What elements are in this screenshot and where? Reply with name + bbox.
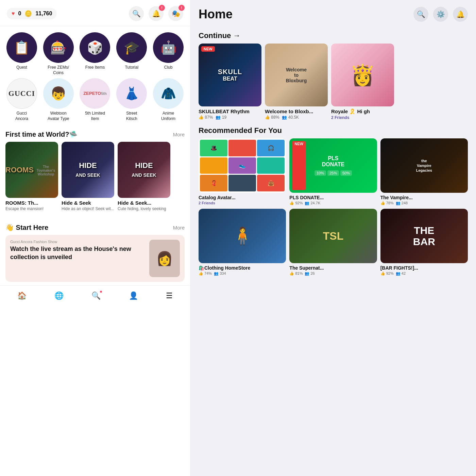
rec-card-pls-donate[interactable]: PLSDONATE 10% 25% 50% NEW PLS DONATE... … [289,138,377,205]
rec-card-vampire[interactable]: theVampireLegacies The Vampire... 👍 78% … [380,138,468,205]
avatar-badge: ! [178,5,185,11]
start-here-card[interactable]: Gucci Ancora Fashion Show Watch the live… [5,235,185,282]
start-here-section: 👋 Start Here More Gucci Ancora Fashion S… [0,211,190,285]
catalog-thumbnail: 🎩 🎧 👟 🧣 👜 [199,138,286,193]
nav-world[interactable]: 🌐 [54,291,64,300]
catalog-friends: 2 Friends [199,201,215,205]
world-more-link[interactable]: More [173,132,185,137]
world-card-rooms[interactable]: ROOMS The Toymaker's Workshop ROOMS: Th.… [5,142,58,211]
start-here-more[interactable]: More [173,225,185,231]
currency-display: ♥ 0 🪙 11,760 [7,8,57,19]
right-search-button[interactable]: 🔍 [413,7,428,22]
zepeto-circle: ZEPETO5th [80,78,110,109]
catalog-art: 🎩 🎧 👟 🧣 👜 [199,138,286,193]
gucci-circle: GUCCI [6,78,37,109]
world-icon: 🌐 [54,291,64,300]
free-items-circle: 🎲 [80,32,110,63]
tsl-title: The Supernat... [289,265,377,271]
world-card-hide1[interactable]: HIDEAND SEEK Hide & Seek Hide as an obje… [62,142,114,211]
search-nav-icon: 🔍 [91,291,101,300]
anime-circle: 🧥 [153,78,184,109]
nav-menu[interactable]: ☰ [166,291,173,300]
category-webtoon[interactable]: 👦 WebtoonAvatar Type [43,78,74,121]
anime-label: AnimeUniform [161,111,175,121]
tutorial-icon: 🎓 [124,40,140,55]
nav-search[interactable]: 🔍 [91,291,101,300]
coin-icon: 🪙 [24,10,32,17]
avatar-button[interactable]: 🎭 ! [168,6,183,21]
start-emoji: 👋 [5,224,14,231]
world-card-hide2[interactable]: HIDEAND SEEK Hide & Seek... Cute hiding,… [118,142,170,211]
nav-profile[interactable]: 👤 [129,291,138,300]
free-items-label: Free Items [85,65,105,70]
right-settings-button[interactable]: ⚙️ [433,7,448,22]
search-button[interactable]: 🔍 [129,6,144,21]
catalog-meta: 2 Friends [199,201,286,205]
category-free-items[interactable]: 🎲 Free Items [80,32,110,75]
royale-title: Royale 🎗️ Hi gh [331,108,394,115]
catalog-title: Catalog Avatar... [199,195,286,200]
continue-card-royale[interactable]: 👸 Royale 🎗️ Hi gh 2 Friends [331,44,394,120]
right-search-icon: 🔍 [417,10,425,18]
start-main-text: Watch the live stream as the House's new… [10,245,145,261]
club-icon: 🤖 [160,40,176,55]
category-row-2: GUCCI GucciAncora 👦 WebtoonAvatar Type Z… [3,78,187,121]
rec-card-tsl[interactable]: TSL The Supernat... 👍 81% 👥 26 [289,209,377,276]
search-dot [100,291,102,293]
tsl-meta: 👍 81% 👥 26 [289,271,377,276]
category-row-1: 📋 Quest 🎰 Free ZEMs/ Coins 🎲 Free Items … [3,32,187,75]
rooms-title: ROOMS: Th... [5,200,58,206]
continue-card-bloxburg[interactable]: WelcometoBloxburg Welcome to Bloxb... 👍 … [265,44,328,120]
category-street[interactable]: 👗 StreetKitsch [116,78,147,121]
free-zems-label: Free ZEMs/ Coins [48,65,69,75]
webtoon-icon: 👦 [50,86,66,101]
free-items-icon: 🎲 [87,40,103,55]
club-circle: 🤖 [153,32,184,63]
skullbeat-art: SKULL BEAT [199,44,261,106]
right-bell-icon: 🔔 [456,10,465,18]
tutorial-label: Tutorial [125,65,138,70]
continue-title: Continue → [199,31,468,40]
category-tutorial[interactable]: 🎓 Tutorial [116,32,147,75]
free-zems-icon: 🎰 [50,40,66,55]
header-divider [0,26,190,26]
notification-badge: ! [159,5,165,11]
free-zems-circle: 🎰 [43,32,74,63]
category-section: 📋 Quest 🎰 Free ZEMs/ Coins 🎲 Free Items … [0,28,190,124]
bell-icon: 🔔 [152,10,160,18]
street-circle: 👗 [116,78,147,109]
royale-art: 👸 [331,44,394,106]
street-icon: 👗 [124,86,139,101]
bottom-nav: 🏠 🌐 🔍 👤 ☰ [0,285,190,306]
category-free-zems[interactable]: 🎰 Free ZEMs/ Coins [43,32,74,75]
right-bell-button[interactable]: 🔔 [453,7,468,22]
category-anime[interactable]: 🧥 AnimeUniform [153,78,184,121]
avatar-icon: 🎭 [172,10,180,18]
clothing-title: 🛍️Clothing HomeStore [199,265,286,271]
rec-card-catalog[interactable]: 🎩 🎧 👟 🧣 👜 Catalog Avatar... 2 Friends [199,138,286,205]
rec-card-clothing[interactable]: 🧍 🛍️Clothing HomeStore 👍 74% 👥 334 [199,209,286,276]
clothing-meta: 👍 74% 👥 334 [199,271,286,276]
bar-likes: 👍 92% [380,271,394,276]
heart-icon: ♥ [12,11,15,17]
tsl-thumbnail: TSL [289,209,377,263]
start-avatar: 👩 [149,240,180,277]
right-settings-icon: ⚙️ [437,10,445,18]
quest-circle: 📋 [6,32,37,63]
hide1-desc: Hide as an object! Seek wit... [62,206,114,211]
notifications-button[interactable]: 🔔 ! [149,6,164,21]
category-zepeto[interactable]: ZEPETO5th 5th LimitedItem [80,78,110,121]
start-here-text: Gucci Ancora Fashion Show Watch the live… [10,240,145,261]
continue-card-skullbeat[interactable]: SKULL BEAT NEW SKULLBEAT Rhythm 👍 87% 👥 … [199,44,261,120]
nav-home[interactable]: 🏠 [17,291,27,300]
royale-meta: 2 Friends [331,115,394,120]
rooms-thumbnail: ROOMS The Toymaker's Workshop [5,142,58,198]
pls-players: 👥 24.7K [305,201,320,205]
category-club[interactable]: 🤖 Club [153,32,184,75]
category-quest[interactable]: 📋 Quest [6,32,37,75]
vampire-art: theVampireLegacies [380,138,468,193]
bar-thumbnail: THEBAR [380,209,468,263]
hide1-thumbnail: HIDEAND SEEK [62,142,114,198]
category-gucci[interactable]: GUCCI GucciAncora [6,78,37,121]
rec-card-bar[interactable]: THEBAR [BAR FIGHTS!]... 👍 92% 👥 42 [380,209,468,276]
